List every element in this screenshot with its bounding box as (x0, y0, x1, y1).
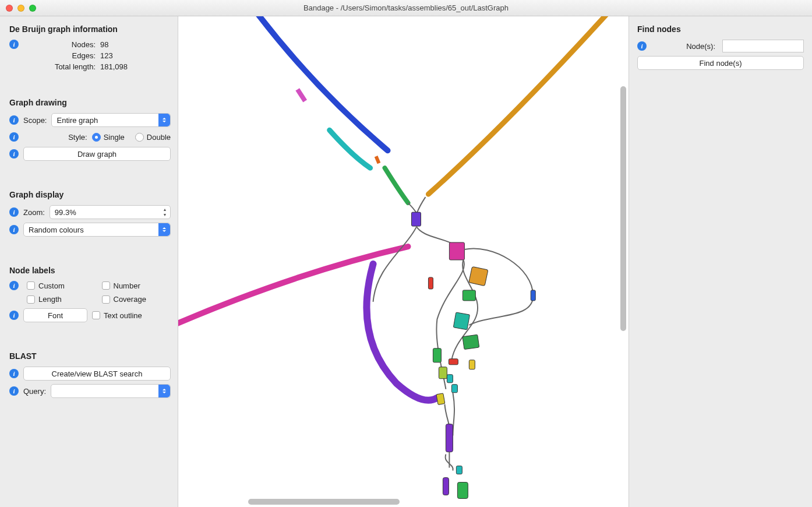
svg-rect-16 (456, 466, 462, 474)
scrollbar-thumb[interactable] (620, 86, 626, 331)
svg-rect-9 (433, 348, 441, 362)
nodes-label: Nodes: (26, 40, 96, 49)
radio-icon (135, 133, 144, 142)
graph-info-heading: De Bruijn graph information (9, 24, 171, 34)
node-labels-heading: Node labels (9, 266, 171, 275)
vertical-scrollbar[interactable] (620, 16, 627, 507)
info-icon[interactable]: i (9, 386, 19, 396)
nodes-value: 98 (100, 40, 171, 49)
query-label: Query: (23, 387, 46, 396)
info-icon[interactable]: i (9, 369, 19, 378)
style-label: Style: (56, 133, 87, 142)
nodes-input-label: Node(s): (651, 42, 718, 51)
checkbox-icon (102, 295, 110, 304)
svg-rect-0 (411, 212, 421, 226)
svg-rect-7 (463, 335, 479, 349)
info-icon[interactable]: i (9, 115, 19, 125)
draw-graph-button[interactable]: Draw graph (23, 147, 171, 161)
horizontal-scrollbar[interactable] (178, 499, 629, 505)
total-length-value: 181,098 (100, 62, 171, 71)
info-icon[interactable]: i (9, 207, 19, 217)
chevron-updown-icon (158, 223, 170, 236)
style-double-radio[interactable]: Double (135, 133, 171, 142)
checkbox-icon (92, 311, 100, 319)
scrollbar-thumb[interactable] (248, 499, 400, 505)
svg-rect-10 (439, 367, 447, 379)
info-icon[interactable]: i (9, 132, 19, 142)
find-nodes-heading: Find nodes (637, 24, 804, 34)
blast-heading: BLAST (9, 351, 171, 361)
svg-rect-13 (451, 385, 457, 393)
info-icon[interactable]: i (9, 40, 19, 49)
info-icon[interactable]: i (9, 281, 19, 290)
custom-checkbox[interactable]: Custom (27, 281, 96, 290)
maximize-window-button[interactable] (29, 5, 36, 12)
svg-rect-12 (447, 375, 453, 383)
length-checkbox[interactable]: Length (27, 295, 96, 304)
svg-rect-18 (443, 478, 449, 495)
left-panel: De Bruijn graph information i Nodes: 98 … (0, 16, 178, 507)
svg-rect-11 (469, 360, 475, 369)
svg-rect-4 (463, 290, 475, 301)
info-icon[interactable]: i (9, 311, 19, 320)
nodes-input[interactable] (722, 40, 804, 52)
zoom-label: Zoom: (23, 208, 45, 217)
style-single-radio[interactable]: Single (92, 133, 125, 142)
checkbox-icon (27, 281, 35, 290)
svg-rect-15 (446, 424, 453, 452)
svg-rect-8 (449, 359, 458, 365)
svg-rect-2 (469, 266, 488, 286)
colour-mode-select[interactable]: Random colours (23, 223, 171, 237)
checkbox-icon (102, 281, 110, 290)
edges-label: Edges: (26, 51, 96, 60)
font-button[interactable]: Font (23, 308, 87, 322)
radio-checked-icon (92, 133, 101, 142)
graph-display-heading: Graph display (9, 190, 171, 199)
stepper-arrows-icon[interactable]: ▲▼ (161, 207, 169, 217)
close-window-button[interactable] (6, 5, 13, 12)
graph-canvas[interactable] (178, 16, 629, 507)
info-icon[interactable]: i (9, 149, 19, 159)
query-select[interactable] (51, 384, 171, 398)
checkbox-icon (27, 295, 35, 304)
info-icon[interactable]: i (637, 41, 647, 51)
total-length-label: Total length: (26, 62, 96, 71)
text-outline-checkbox[interactable]: Text outline (92, 311, 142, 320)
scope-select[interactable]: Entire graph (51, 113, 171, 127)
svg-rect-3 (428, 277, 433, 289)
right-panel: Find nodes i Node(s): Find node(s) (629, 16, 812, 507)
graph-drawing-heading: Graph drawing (9, 98, 171, 107)
svg-rect-1 (449, 242, 464, 260)
titlebar: Bandage - /Users/Simon/tasks/assemblies/… (0, 0, 812, 16)
graph-svg (178, 16, 629, 507)
window-title: Bandage - /Users/Simon/tasks/assemblies/… (0, 3, 812, 12)
number-checkbox[interactable]: Number (102, 281, 171, 290)
scope-label: Scope: (23, 116, 47, 125)
svg-rect-5 (531, 290, 535, 301)
info-icon[interactable]: i (9, 225, 19, 234)
minimize-window-button[interactable] (17, 5, 24, 12)
chevron-updown-icon (158, 385, 170, 397)
svg-rect-14 (436, 393, 445, 405)
coverage-checkbox[interactable]: Coverage (102, 295, 171, 304)
scope-select-value: Entire graph (57, 116, 98, 125)
find-nodes-button[interactable]: Find node(s) (637, 56, 804, 70)
zoom-input[interactable]: 99.3% ▲▼ (50, 205, 171, 219)
edges-value: 123 (100, 51, 171, 60)
chevron-updown-icon (158, 114, 170, 126)
blast-create-button[interactable]: Create/view BLAST search (23, 367, 171, 381)
svg-rect-6 (453, 312, 469, 330)
svg-rect-17 (457, 483, 468, 499)
